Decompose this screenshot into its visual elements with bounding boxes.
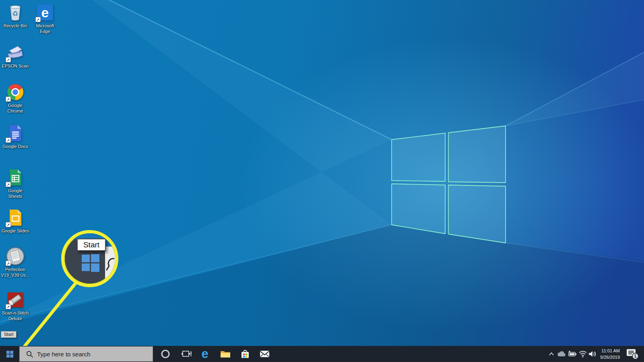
tray-show-hidden-icons-button[interactable] xyxy=(547,349,556,359)
desktop-icon-label: Scan-n-StitchDeluxe xyxy=(2,310,29,321)
taskbar: e xyxy=(0,346,644,362)
tray-onedrive-button[interactable] xyxy=(557,349,566,359)
shortcut-arrow-icon: ↗ xyxy=(6,261,11,266)
tray-clock[interactable]: 11:01 AM 9/26/2019 xyxy=(597,348,620,360)
magnified-windows-logo-icon xyxy=(82,254,99,274)
start-button-tooltip: Start xyxy=(1,331,17,338)
windows-logo-icon xyxy=(6,351,13,358)
mail-button[interactable] xyxy=(259,348,270,360)
start-button[interactable] xyxy=(0,346,19,362)
desktop-icon-label: Recycle Bin xyxy=(4,23,27,29)
svg-text:♻: ♻ xyxy=(12,10,18,18)
file-explorer-icon xyxy=(220,349,231,359)
search-input[interactable] xyxy=(37,351,138,358)
file-explorer-button[interactable] xyxy=(220,348,231,360)
chrome-icon: ↗ xyxy=(6,83,25,101)
search-icon xyxy=(26,351,33,358)
desktop-icon-microsoft-edge[interactable]: e ↗ MicrosoftEdge xyxy=(30,3,60,34)
desktop-icon-epson-scan[interactable]: ↗ EPSON Scan xyxy=(0,43,31,69)
sheets-icon: ↗ xyxy=(6,168,25,187)
chevron-up-icon xyxy=(549,352,554,356)
edge-icon: e xyxy=(201,348,208,360)
task-view-icon xyxy=(181,349,192,359)
docs-icon: ↗ xyxy=(6,124,25,142)
cloud-icon xyxy=(557,351,566,357)
scanner-icon: ↗ xyxy=(6,43,25,62)
desktop-icon-label: GoogleSheets xyxy=(8,188,22,199)
perfection-icon: ↗ xyxy=(6,247,25,265)
callout-magnifier-circle: Start xyxy=(61,230,118,287)
slides-icon: ↗ xyxy=(6,208,25,227)
task-view-button[interactable] xyxy=(181,348,192,360)
taskbar-search[interactable] xyxy=(19,346,153,362)
notification-badge: 1 xyxy=(634,354,637,358)
shortcut-arrow-icon: ↗ xyxy=(6,182,11,187)
shortcut-arrow-icon: ↗ xyxy=(6,138,11,143)
desktop-icon-label: PerfectionV19_V39 Us... xyxy=(1,267,30,278)
edge-button[interactable]: e xyxy=(199,348,211,360)
desktop-icon-google-slides[interactable]: ↗ Google Slides xyxy=(0,208,31,234)
tray-battery-button[interactable] xyxy=(568,349,577,359)
desktop-icon-label: EPSON Scan xyxy=(2,63,29,69)
shortcut-arrow-icon: ↗ xyxy=(6,222,11,227)
edge-icon: e ↗ xyxy=(36,3,54,22)
wallpaper-windows-logo xyxy=(0,0,644,362)
desktop-icon-label: Google Docs xyxy=(2,144,28,149)
shortcut-arrow-icon: ↗ xyxy=(35,17,41,22)
store-icon xyxy=(240,349,250,359)
action-center-icon: 1 xyxy=(625,348,639,360)
desktop-icon-scan-n-stitch[interactable]: ↗ Scan-n-StitchDeluxe xyxy=(0,290,31,321)
desktop-icon-google-docs[interactable]: ↗ Google Docs xyxy=(0,124,31,149)
store-button[interactable] xyxy=(239,348,251,360)
magnified-start-tooltip: Start xyxy=(77,239,106,251)
desktop-icon-label: GoogleChrome xyxy=(7,103,23,114)
shortcut-arrow-icon: ↗ xyxy=(6,57,11,62)
shortcut-arrow-icon: ↗ xyxy=(6,97,11,102)
tray-time: 11:01 AM xyxy=(597,348,620,354)
cortana-icon xyxy=(161,349,170,359)
scan-n-stitch-icon: ↗ xyxy=(6,290,25,309)
desktop-icon-perfection-scanner[interactable]: ↗ PerfectionV19_V39 Us... xyxy=(0,247,31,278)
desktop-icon-google-chrome[interactable]: ↗ GoogleChrome xyxy=(0,83,31,114)
battery-icon xyxy=(568,350,577,358)
tray-wifi-button[interactable] xyxy=(578,349,588,359)
action-center-button[interactable]: 1 xyxy=(625,349,639,359)
tray-volume-button[interactable] xyxy=(588,349,597,359)
desktop-icon-google-sheets[interactable]: ↗ GoogleSheets xyxy=(0,168,31,199)
shortcut-arrow-icon: ↗ xyxy=(6,304,11,309)
recycle-bin-icon: ♻ xyxy=(6,3,25,22)
desktop-icon-label: Google Slides xyxy=(2,228,29,234)
desktop-icon-label: MicrosoftEdge xyxy=(36,23,54,34)
wifi-icon xyxy=(578,350,587,358)
speaker-icon xyxy=(588,350,597,358)
mail-icon xyxy=(259,350,270,358)
cortana-button[interactable] xyxy=(160,348,171,360)
desktop-icon-recycle-bin[interactable]: ♻ Recycle Bin xyxy=(0,3,31,29)
tray-date: 9/26/2019 xyxy=(597,354,620,360)
